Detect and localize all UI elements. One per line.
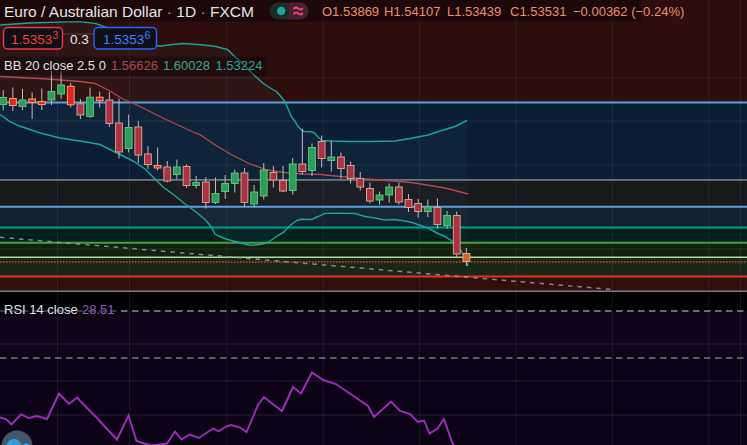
svg-text:0.3: 0.3: [70, 32, 89, 47]
svg-text:Euro / Australian Dollar · 1D: Euro / Australian Dollar · 1D · FXCM: [4, 3, 254, 20]
svg-text:6: 6: [145, 29, 151, 41]
svg-text:28.51: 28.51: [82, 302, 115, 317]
svg-text:3: 3: [53, 29, 59, 41]
svg-text:RSI 14 close: RSI 14 close: [4, 302, 78, 317]
svg-text:1.5353: 1.5353: [11, 32, 52, 47]
svg-text:1.53224: 1.53224: [216, 58, 263, 73]
svg-text:BB 20 close 2.5 0: BB 20 close 2.5 0: [4, 58, 106, 73]
svg-text:1.56626: 1.56626: [111, 58, 158, 73]
svg-text:1.60028: 1.60028: [163, 58, 210, 73]
svg-text:1.5353: 1.5353: [103, 32, 144, 47]
